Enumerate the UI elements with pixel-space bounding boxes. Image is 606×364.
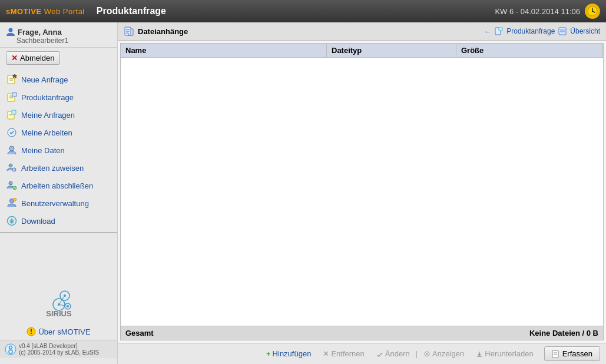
- attachment-icon: [124, 26, 134, 37]
- logo-s: s: [6, 7, 11, 16]
- version-line1: v0.4 [sLAB Developer]: [19, 343, 99, 349]
- header-right: KW 6 - 04.02.2014 11:06: [495, 4, 600, 19]
- footer-total-value: Keine Dateien / 0 B: [529, 329, 598, 337]
- my-data-icon: [6, 144, 18, 156]
- svg-point-19: [9, 164, 12, 167]
- svg-rect-13: [12, 92, 16, 97]
- table-footer: Gesamt Keine Dateien / 0 B: [121, 326, 603, 340]
- svg-text:!: !: [30, 327, 32, 336]
- download-icon: [6, 215, 18, 227]
- download-button: Herunterladen: [473, 348, 535, 359]
- sidebar-item-benutzerverwaltung[interactable]: Benutzerverwaltung: [0, 194, 117, 212]
- svg-point-18: [9, 146, 14, 151]
- sidebar-item-produktanfrage[interactable]: Produktanfrage: [0, 88, 117, 106]
- sirius-logo: SIRIUS: [35, 284, 82, 321]
- user-icon: [6, 27, 15, 37]
- app-logo: sMOTIVE Web Portal: [6, 6, 85, 16]
- svg-rect-46: [559, 28, 566, 35]
- col-name: Name: [121, 44, 327, 57]
- user-role: Sachbearbeiter1: [6, 37, 111, 45]
- remove-button: ✕ Entfernen: [320, 348, 366, 359]
- add-button[interactable]: + Hinzufügen: [264, 348, 313, 359]
- sidebar-item-label: Meine Arbeiten: [21, 128, 72, 137]
- svg-point-21: [9, 181, 12, 185]
- svg-text:SIRIUS: SIRIUS: [46, 309, 72, 318]
- sidebar-bottom: SIRIUS ! Über sMOTIVE v0.4 [sLAB Develop…: [0, 233, 117, 364]
- content-header: Dateianhänge ← Produktanfrage Übersicht: [118, 22, 606, 41]
- svg-point-3: [592, 11, 593, 12]
- sidebar: Frage, Anna Sachbearbeiter1 ✕ Abmelden ★: [0, 22, 118, 364]
- dl-icon: [476, 350, 483, 358]
- plus-icon: +: [266, 349, 271, 358]
- sidebar-item-label: Meine Daten: [21, 146, 65, 155]
- new-inquiry-icon: ★: [6, 74, 18, 85]
- user-name: Frage, Anna: [6, 27, 111, 37]
- capture-icon: [552, 350, 560, 358]
- view-icon: [423, 350, 431, 358]
- user-mgmt-icon: [6, 197, 18, 209]
- datetime-label: KW 6 - 04.02.2014 11:06: [495, 7, 580, 16]
- svg-rect-15: [12, 110, 16, 114]
- x-remove-icon: ✕: [323, 349, 329, 358]
- table-body: [121, 58, 603, 326]
- svg-line-33: [59, 305, 68, 306]
- header: sMOTIVE Web Portal Produktanfrage KW 6 -…: [0, 0, 606, 22]
- capture-button[interactable]: Erfassen: [544, 346, 600, 361]
- svg-point-4: [9, 28, 13, 32]
- sidebar-item-label: Neue Anfrage: [21, 75, 68, 84]
- sidebar-item-arbeiten-zuweisen[interactable]: Arbeiten zuweisen: [0, 159, 117, 177]
- complete-work-icon: [6, 180, 18, 191]
- clock-icon[interactable]: [585, 4, 600, 19]
- svg-point-20: [12, 168, 16, 171]
- back-arrow-icon: ←: [484, 27, 491, 36]
- sidebar-item-meine-daten[interactable]: Meine Daten: [0, 141, 117, 159]
- sidebar-item-label: Produktanfrage: [21, 93, 74, 102]
- footer-total-label: Gesamt: [125, 329, 154, 337]
- about-button[interactable]: ! Über sMOTIVE: [27, 327, 90, 336]
- sidebar-item-neue-anfrage[interactable]: ★ Neue Anfrage: [0, 71, 117, 88]
- separator3: |: [416, 349, 418, 358]
- sidebar-item-meine-anfragen[interactable]: Meine Anfragen: [0, 106, 117, 124]
- sidebar-item-arbeiten-abschliessen[interactable]: Arbeiten abschließen: [0, 177, 117, 194]
- main-layout: Frage, Anna Sachbearbeiter1 ✕ Abmelden ★: [0, 22, 606, 364]
- assign-work-icon: [6, 162, 18, 174]
- attachments-table: Name Dateityp Größe Gesamt Keine Dateien…: [120, 43, 604, 340]
- logout-button[interactable]: ✕ Abmelden: [6, 51, 60, 65]
- breadcrumb-produktanfrage[interactable]: Produktanfrage: [506, 27, 555, 35]
- change-button: Ändern: [374, 348, 412, 359]
- section-title: Dateianhänge: [124, 26, 478, 37]
- version-line2: (c) 2005-2014 by sLAB, EuSIS: [19, 349, 99, 356]
- svg-point-24: [14, 198, 16, 201]
- sidebar-item-meine-arbeiten[interactable]: Meine Arbeiten: [0, 124, 117, 141]
- ubersicht-icon: [558, 27, 567, 35]
- produktanfrage-icon-breadcrumb: [495, 27, 503, 35]
- sidebar-item-label: Benutzerverwaltung: [21, 199, 89, 208]
- logo-motive: MOTIVE: [11, 7, 42, 16]
- table-header: Name Dateityp Größe: [121, 44, 603, 58]
- x-icon: ✕: [11, 54, 18, 62]
- footer-version: v0.4 [sLAB Developer] (c) 2005-2014 by s…: [0, 340, 117, 358]
- user-info: Frage, Anna Sachbearbeiter1: [0, 22, 117, 48]
- my-work-icon: [6, 127, 18, 138]
- my-inquiries-icon: [6, 109, 18, 121]
- svg-text:★: ★: [11, 74, 17, 80]
- sidebar-item-download[interactable]: Download: [0, 212, 117, 230]
- sidebar-item-label: Arbeiten abschließen: [21, 181, 93, 190]
- action-bar: + Hinzufügen ✕ Entfernen Ändern |: [118, 343, 606, 364]
- change-icon: [376, 350, 383, 358]
- sirius-footer-icon: [5, 343, 16, 355]
- breadcrumb-ubersicht[interactable]: Übersicht: [570, 27, 600, 35]
- svg-rect-45: [499, 27, 502, 31]
- svg-rect-52: [552, 350, 558, 358]
- sidebar-item-label: Meine Anfragen: [21, 111, 75, 120]
- logo-suffix: Web Portal: [42, 7, 85, 16]
- product-inquiry-icon: [6, 91, 18, 103]
- about-icon: !: [27, 327, 36, 336]
- col-type: Dateityp: [327, 44, 456, 57]
- nav-list: ★ Neue Anfrage Produktanfrage: [0, 68, 117, 233]
- breadcrumb-nav: ← Produktanfrage Übersicht: [484, 27, 600, 36]
- content-area: Dateianhänge ← Produktanfrage Übersicht: [118, 22, 606, 364]
- view-button: Anzeigen: [421, 348, 466, 359]
- page-title: Produktanfrage: [97, 6, 495, 16]
- svg-point-50: [426, 353, 428, 355]
